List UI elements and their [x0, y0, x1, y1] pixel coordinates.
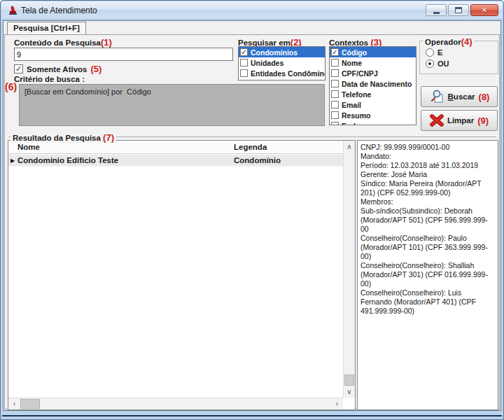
criterio-busca-box: [Buscar em Condomínio] por Código — [19, 84, 325, 126]
buscar-button-label: Buscar — [448, 92, 475, 101]
red-x-icon — [430, 114, 444, 127]
annotation-5: (5) — [90, 64, 102, 74]
checkbox-icon[interactable] — [331, 80, 339, 88]
column-header-nome[interactable]: Nome — [18, 143, 40, 151]
titlebar[interactable]: Tela de Atendimento ✕ — [1, 1, 503, 20]
close-button[interactable]: ✕ — [470, 4, 498, 16]
results-grid: Nome Legenda ▶Condomínio Edifício TesteC… — [8, 140, 356, 410]
operador-option[interactable]: E — [426, 48, 498, 57]
detail-line: Gerente: José Maria — [360, 170, 495, 179]
criterio-label: Critério de busca : — [14, 75, 85, 83]
limpar-button-label: Limpar — [447, 116, 474, 125]
annotation-8: (8) — [479, 92, 490, 102]
window-title: Tela de Atendimento — [21, 6, 97, 15]
radio-label: E — [438, 48, 442, 57]
detail-line: Mandato: — [360, 152, 495, 161]
maximize-button[interactable] — [448, 4, 469, 16]
vertical-scroll-thumb[interactable] — [344, 374, 354, 386]
contextos-listbox[interactable]: ✓CódigoNomeCPF/CNPJData de NascimentoTel… — [329, 46, 416, 125]
scroll-up-icon[interactable]: ∧ — [344, 141, 355, 152]
cell-legenda: Condomínio — [234, 156, 281, 164]
checklist-item-label: Unidades — [251, 59, 284, 67]
detail-line: Conselheiro(Conselheiro): Shalliah (Mora… — [360, 261, 495, 288]
checkbox-icon[interactable] — [331, 101, 339, 108]
detail-line: Conselheiro(Conselheiro): Paulo (Morador… — [360, 234, 495, 261]
checklist-item[interactable]: ✓Condomínios — [239, 47, 325, 57]
grid-horizontal-scrollbar[interactable]: ‹ › — [8, 398, 343, 410]
checklist-item-label: Endereço — [342, 122, 375, 126]
annotation-1: (1) — [101, 37, 112, 48]
checklist-item[interactable]: Nome — [330, 57, 416, 68]
tab-page-pesquisa: Conteúdo da Pesquisa(1) ✓ Somente Ativos… — [4, 34, 500, 410]
radio-label: OU — [438, 59, 449, 68]
scroll-down-icon[interactable]: ∨ — [344, 386, 355, 397]
minimize-button[interactable] — [426, 4, 447, 16]
column-header-legenda[interactable]: Legenda — [234, 143, 267, 151]
grid-vertical-scrollbar[interactable]: ∧ ∨ — [343, 141, 355, 398]
detail-line: Membros: — [360, 197, 495, 206]
checkbox-icon[interactable]: ✓ — [331, 48, 339, 56]
checkbox-icon[interactable]: ✓ — [240, 48, 248, 56]
detail-line: Síndico: Maria Pereira (Morador/APT 201)… — [360, 179, 495, 197]
table-row[interactable]: ▶Condomínio Edifício TesteCondomínio — [8, 155, 343, 167]
checkbox-icon[interactable] — [331, 111, 339, 119]
operador-group: Operador(4) EOU — [419, 41, 498, 74]
checklist-item-label: Código — [342, 48, 367, 57]
search-input[interactable] — [14, 48, 233, 61]
checklist-item[interactable]: Email — [330, 99, 416, 110]
somente-ativos-label: Somente Ativos — [27, 65, 87, 74]
radio-icon[interactable] — [426, 48, 434, 57]
checklist-item-label: Telefone — [342, 90, 371, 99]
magnifier-icon — [429, 90, 444, 104]
minimize-icon — [433, 12, 440, 14]
window-frame-bottom — [2, 415, 502, 416]
checkbox-somente-ativos[interactable]: ✓ — [14, 64, 23, 74]
checklist-item[interactable]: Resumo — [330, 110, 416, 120]
checkbox-icon[interactable] — [331, 59, 339, 66]
annotation-4: (4) — [461, 36, 472, 47]
checklist-item-label: CPF/CNPJ — [342, 69, 378, 78]
checklist-item[interactable]: Telefone — [330, 89, 416, 99]
current-row-marker-icon: ▶ — [10, 158, 15, 164]
checkbox-icon[interactable] — [331, 122, 339, 125]
client-area: Pesquisa [Ctrl+F] Conteúdo da Pesquisa(1… — [3, 20, 501, 411]
horizontal-scroll-thumb[interactable] — [20, 399, 40, 409]
detail-line: CNPJ: 99.999.999/0001-00 — [360, 143, 495, 152]
checklist-item[interactable]: CPF/CNPJ — [330, 68, 416, 78]
checklist-item[interactable]: Endereço — [330, 120, 416, 125]
annotation-9: (9) — [477, 115, 489, 126]
radio-icon[interactable] — [426, 59, 434, 68]
checklist-item-label: Email — [342, 101, 361, 109]
checkbox-icon[interactable] — [240, 69, 248, 77]
checklist-item[interactable]: ✓Código — [330, 47, 416, 57]
checkbox-icon[interactable] — [331, 69, 339, 77]
window-controls: ✕ — [426, 4, 498, 16]
checklist-item-label: Data de Nascimento — [342, 80, 412, 88]
tab-pesquisa[interactable]: Pesquisa [Ctrl+F] — [7, 22, 86, 34]
checklist-item[interactable]: Unidades — [239, 57, 325, 68]
operador-option[interactable]: OU — [426, 59, 498, 68]
search-content-label: Conteúdo da Pesquisa(1) — [14, 37, 112, 48]
pesquisar-em-listbox[interactable]: ✓CondomíniosUnidadesEntidades Condôminos — [238, 46, 326, 80]
buscar-button[interactable]: Buscar(8) — [421, 86, 498, 107]
checklist-item-label: Entidades Condôminos — [251, 69, 326, 78]
app-icon — [7, 5, 18, 16]
scroll-right-icon[interactable]: › — [332, 398, 342, 410]
limpar-button[interactable]: Limpar(9) — [421, 110, 498, 131]
checklist-item-label: Resumo — [342, 111, 370, 120]
checkbox-icon[interactable] — [240, 59, 248, 66]
annotation-7: (7) — [103, 132, 114, 143]
close-icon: ✕ — [482, 6, 487, 14]
checklist-item[interactable]: Data de Nascimento — [330, 78, 416, 89]
scroll-left-icon[interactable]: ‹ — [9, 398, 20, 410]
detail-line: Conselheiro(Conselheiro): Luis Fernando … — [360, 288, 495, 316]
somente-ativos-row[interactable]: ✓ Somente Ativos (5) — [14, 64, 102, 74]
annotation-6: (6) — [5, 81, 17, 92]
checklist-item-label: Condomínios — [251, 48, 298, 57]
checklist-item[interactable]: Entidades Condôminos — [239, 68, 325, 78]
checklist-item-label: Nome — [342, 59, 362, 67]
results-label: Resultado da Pesquisa (7) — [10, 132, 116, 143]
checkbox-icon[interactable] — [331, 90, 339, 98]
maximize-icon — [455, 7, 462, 13]
details-panel: CNPJ: 99.999.999/0001-00Mandato:Período:… — [357, 140, 498, 410]
